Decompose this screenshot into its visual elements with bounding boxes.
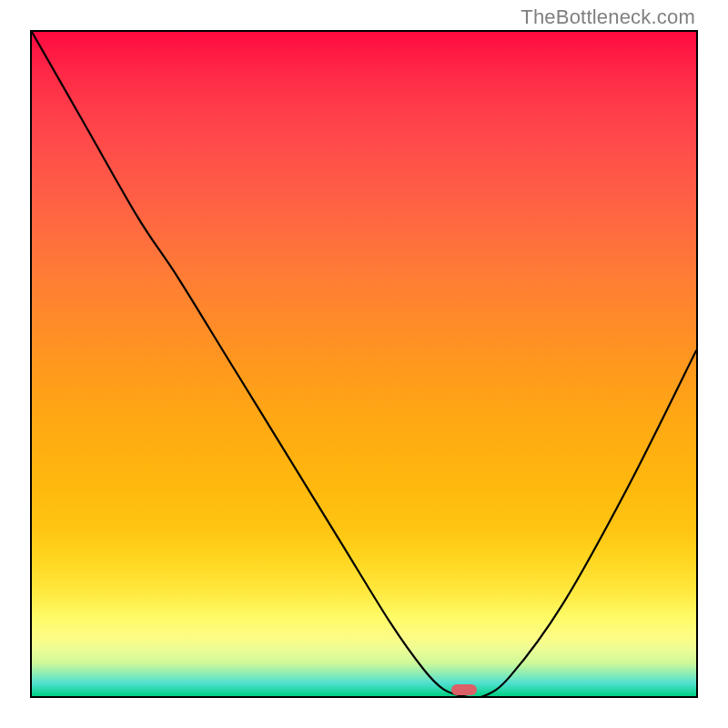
plot-frame [30,30,698,698]
watermark-text: TheBottleneck.com [521,5,695,29]
bottleneck-chart: TheBottleneck.com [0,0,728,728]
optimal-point-marker [451,684,477,695]
bottleneck-curve [32,32,696,696]
